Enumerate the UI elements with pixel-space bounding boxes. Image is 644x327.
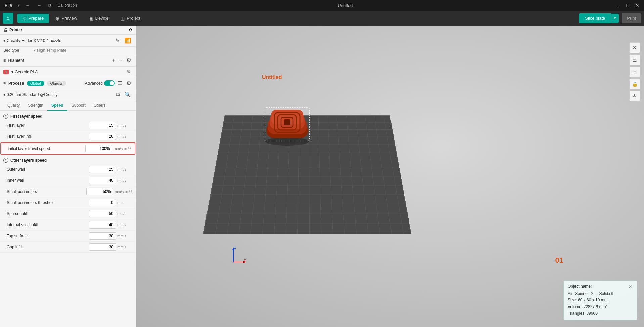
- process-chevron-icon: ▾: [3, 92, 5, 97]
- bed-type-value-text: High Temp Plate: [37, 48, 66, 53]
- filament-add-button[interactable]: +: [110, 56, 116, 64]
- first-layer-infill-unit: mm/s: [117, 134, 132, 138]
- info-volume: Volume: 22827.9 mm³: [568, 304, 632, 310]
- filament-settings-button[interactable]: ⚙: [125, 56, 132, 64]
- process-search-button[interactable]: 🔍: [123, 91, 132, 98]
- inner-wall-input[interactable]: [89, 177, 116, 184]
- axes-indicator: Z X: [227, 245, 247, 267]
- first-layer-infill-input[interactable]: [89, 133, 116, 140]
- rt-eye-button[interactable]: 👁: [629, 91, 640, 101]
- info-object-name-label: Object name:: [568, 284, 592, 289]
- preview-tab[interactable]: ◉ Preview: [50, 14, 82, 23]
- filament-actions: + − ⚙: [110, 56, 132, 64]
- outer-wall-input[interactable]: [89, 166, 116, 173]
- preview-label: Preview: [61, 16, 77, 21]
- advanced-toggle[interactable]: [104, 80, 115, 86]
- filament-number: 1: [3, 70, 9, 74]
- rt-lock-button[interactable]: 🔒: [629, 79, 640, 89]
- first-layer-input[interactable]: [89, 122, 116, 129]
- viewport[interactable]: ⬛ ⊞ ⟳ ▣ 0 P ☰ ✥ ◈ ⬚ ⟱ ✂ ⊟ ⊠ T ⊕ Untitled: [136, 26, 644, 327]
- prepare-icon: ◇: [23, 16, 26, 21]
- maximize-button[interactable]: □: [625, 2, 631, 9]
- tab-strength[interactable]: Strength: [24, 100, 47, 111]
- close-button[interactable]: ✕: [633, 2, 641, 9]
- bed-type-value[interactable]: ▾ High Temp Plate: [34, 48, 66, 53]
- process-right: Advanced ☰ ⚙: [85, 79, 132, 87]
- printer-name-row: ▾ Creality Ender-3 V2 0.4 nozzle ✎ 📶: [0, 35, 136, 47]
- rt-list-button[interactable]: ≡: [629, 67, 640, 77]
- sparse-infill-row: Sparse infill mm/s: [0, 208, 136, 219]
- back-button[interactable]: ←: [23, 2, 32, 9]
- printer-wifi-button[interactable]: 📶: [123, 37, 132, 44]
- bed-type-label: Bed type: [3, 48, 34, 53]
- initial-layer-travel-speed-input[interactable]: [85, 145, 112, 152]
- process-settings-button[interactable]: ⚙: [125, 79, 132, 87]
- gap-infill-label: Gap infill: [7, 245, 89, 249]
- rt-close-button[interactable]: ✕: [629, 42, 640, 53]
- gap-infill-row: Gap infill mm/s: [0, 242, 136, 253]
- print-button[interactable]: Print: [622, 13, 641, 23]
- nav-bar: ⌂ ◇ Prepare ◉ Preview ▣ Device ◫ Project…: [0, 11, 644, 26]
- internal-solid-infill-input[interactable]: [89, 221, 116, 229]
- info-box-close-button[interactable]: ✕: [628, 284, 632, 289]
- global-tag-button[interactable]: Global: [27, 81, 44, 86]
- svg-point-0: [265, 137, 309, 146]
- device-tab[interactable]: ▣ Device: [84, 14, 114, 23]
- printer-section-header[interactable]: 🖨 Printer ⚙: [0, 26, 136, 35]
- preview-icon: ◉: [56, 16, 59, 21]
- first-layer-infill-label: First layer infill: [7, 134, 89, 139]
- prepare-tab[interactable]: ◇ Prepare: [17, 14, 49, 23]
- info-box: Object name: ✕ Air_Spinner_2_-_Solid.stl…: [563, 280, 637, 320]
- viewport-object-label: Untitled: [262, 74, 282, 80]
- printer-section-title: 🖨 Printer: [3, 28, 22, 32]
- project-icon: ◫: [121, 16, 125, 21]
- printer-edit-button[interactable]: ✎: [114, 37, 121, 44]
- internal-solid-infill-row: Internal solid infill mm/s: [0, 219, 136, 231]
- outer-wall-row: Outer wall mm/s: [0, 164, 136, 175]
- outer-wall-label: Outer wall: [7, 167, 89, 172]
- file-menu-button[interactable]: File: [3, 2, 14, 9]
- viewport-canvas: Untitled: [136, 26, 644, 327]
- prepare-label: Prepare: [28, 16, 44, 21]
- tab-speed[interactable]: Speed: [47, 100, 67, 111]
- process-list-button[interactable]: ☰: [116, 79, 124, 87]
- home-button[interactable]: ⌂: [3, 13, 13, 24]
- printer-settings-icon[interactable]: ⚙: [129, 28, 132, 32]
- top-surface-input[interactable]: [89, 232, 116, 240]
- gap-infill-input[interactable]: [89, 243, 116, 251]
- forward-button[interactable]: →: [35, 2, 43, 9]
- first-layer-group-label: First layer speed: [10, 114, 42, 119]
- process-profile-text: 0.20mm Standard @Creality: [7, 92, 58, 97]
- info-volume-value: 22827.9 mm³: [584, 304, 607, 309]
- process-copy-button[interactable]: ⧉: [114, 91, 121, 98]
- small-perimeters-threshold-input[interactable]: [89, 199, 116, 206]
- slice-button-group: Slice plate ▾: [579, 13, 619, 23]
- calibration-label: Calibration: [57, 3, 77, 8]
- project-tab[interactable]: ◫ Project: [115, 14, 145, 23]
- slice-dropdown-button[interactable]: ▾: [611, 14, 619, 23]
- rt-layer-button[interactable]: ☰: [629, 54, 640, 65]
- project-label: Project: [127, 16, 140, 21]
- filament-edit-button[interactable]: ✎: [125, 68, 132, 76]
- filament-icon: ≡: [3, 58, 6, 63]
- filament-remove-button[interactable]: −: [118, 56, 124, 64]
- sparse-infill-input[interactable]: [89, 210, 116, 217]
- minimize-button[interactable]: —: [614, 2, 623, 9]
- tab-support[interactable]: Support: [67, 100, 90, 111]
- small-perimeters-input[interactable]: [86, 188, 113, 195]
- inner-wall-row: Inner wall mm/s: [0, 175, 136, 186]
- tab-quality[interactable]: Quality: [3, 100, 24, 111]
- first-layer-question-icon: ?: [3, 114, 8, 119]
- filament-name: ▾ Generic PLA: [11, 70, 125, 74]
- slice-plate-button[interactable]: Slice plate: [579, 13, 611, 23]
- home-icon: ⌂: [6, 15, 10, 21]
- history-button[interactable]: ⧉: [46, 2, 53, 9]
- tab-others[interactable]: Others: [90, 100, 110, 111]
- first-layer-unit: mm/s: [117, 123, 132, 127]
- sparse-infill-unit: mm/s: [117, 212, 132, 216]
- info-object-name-value: Air_Spinner_2_-_Solid.stl: [568, 291, 632, 297]
- objects-tag-button[interactable]: Objects: [47, 81, 66, 86]
- gap-infill-unit: mm/s: [117, 245, 132, 249]
- filament-name-text: Generic PLA: [15, 70, 38, 74]
- process-profile-name: ▾ 0.20mm Standard @Creality: [3, 92, 58, 97]
